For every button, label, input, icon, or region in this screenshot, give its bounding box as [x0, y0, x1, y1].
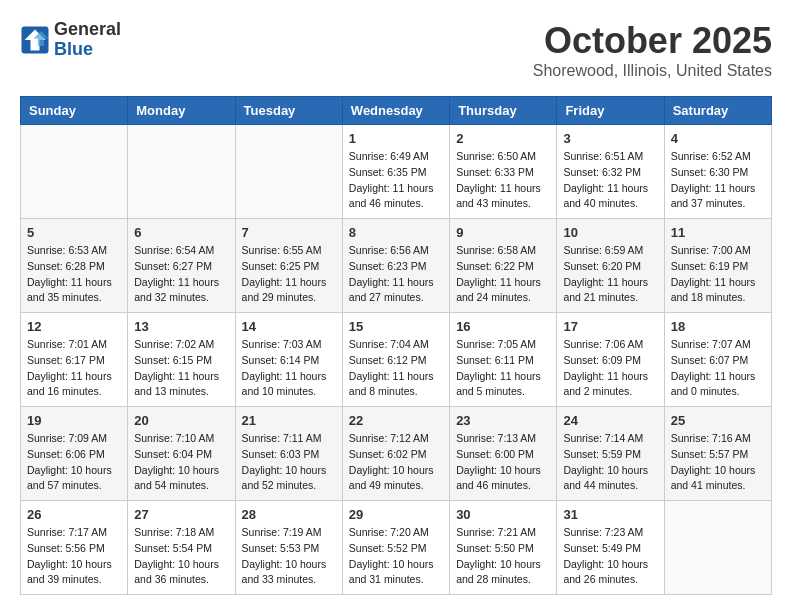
calendar-cell: 16Sunrise: 7:05 AM Sunset: 6:11 PM Dayli…: [450, 313, 557, 407]
day-number: 28: [242, 507, 336, 522]
calendar-cell: 2Sunrise: 6:50 AM Sunset: 6:33 PM Daylig…: [450, 125, 557, 219]
day-info: Sunrise: 7:01 AM Sunset: 6:17 PM Dayligh…: [27, 337, 121, 400]
day-info: Sunrise: 7:04 AM Sunset: 6:12 PM Dayligh…: [349, 337, 443, 400]
day-number: 25: [671, 413, 765, 428]
day-number: 2: [456, 131, 550, 146]
day-info: Sunrise: 7:00 AM Sunset: 6:19 PM Dayligh…: [671, 243, 765, 306]
day-number: 1: [349, 131, 443, 146]
logo-blue: Blue: [54, 40, 121, 60]
day-info: Sunrise: 6:53 AM Sunset: 6:28 PM Dayligh…: [27, 243, 121, 306]
day-number: 16: [456, 319, 550, 334]
day-info: Sunrise: 7:02 AM Sunset: 6:15 PM Dayligh…: [134, 337, 228, 400]
logo-icon: [20, 25, 50, 55]
day-info: Sunrise: 7:09 AM Sunset: 6:06 PM Dayligh…: [27, 431, 121, 494]
day-info: Sunrise: 7:13 AM Sunset: 6:00 PM Dayligh…: [456, 431, 550, 494]
calendar-cell: 24Sunrise: 7:14 AM Sunset: 5:59 PM Dayli…: [557, 407, 664, 501]
location: Shorewood, Illinois, United States: [533, 62, 772, 80]
day-number: 29: [349, 507, 443, 522]
calendar-week-1: 1Sunrise: 6:49 AM Sunset: 6:35 PM Daylig…: [21, 125, 772, 219]
logo: General Blue: [20, 20, 121, 60]
calendar-header: SundayMondayTuesdayWednesdayThursdayFrid…: [21, 97, 772, 125]
month-title: October 2025: [533, 20, 772, 62]
day-info: Sunrise: 7:18 AM Sunset: 5:54 PM Dayligh…: [134, 525, 228, 588]
calendar-cell: 13Sunrise: 7:02 AM Sunset: 6:15 PM Dayli…: [128, 313, 235, 407]
day-number: 7: [242, 225, 336, 240]
day-info: Sunrise: 7:23 AM Sunset: 5:49 PM Dayligh…: [563, 525, 657, 588]
weekday-header-friday: Friday: [557, 97, 664, 125]
day-number: 3: [563, 131, 657, 146]
day-info: Sunrise: 6:50 AM Sunset: 6:33 PM Dayligh…: [456, 149, 550, 212]
title-block: October 2025 Shorewood, Illinois, United…: [533, 20, 772, 80]
day-info: Sunrise: 7:16 AM Sunset: 5:57 PM Dayligh…: [671, 431, 765, 494]
day-number: 30: [456, 507, 550, 522]
day-number: 18: [671, 319, 765, 334]
calendar-cell: 28Sunrise: 7:19 AM Sunset: 5:53 PM Dayli…: [235, 501, 342, 595]
calendar-cell: 3Sunrise: 6:51 AM Sunset: 6:32 PM Daylig…: [557, 125, 664, 219]
day-number: 15: [349, 319, 443, 334]
calendar-cell: 26Sunrise: 7:17 AM Sunset: 5:56 PM Dayli…: [21, 501, 128, 595]
day-number: 22: [349, 413, 443, 428]
calendar-week-3: 12Sunrise: 7:01 AM Sunset: 6:17 PM Dayli…: [21, 313, 772, 407]
calendar-cell: 15Sunrise: 7:04 AM Sunset: 6:12 PM Dayli…: [342, 313, 449, 407]
day-number: 26: [27, 507, 121, 522]
day-info: Sunrise: 6:52 AM Sunset: 6:30 PM Dayligh…: [671, 149, 765, 212]
day-number: 20: [134, 413, 228, 428]
day-number: 14: [242, 319, 336, 334]
weekday-header-saturday: Saturday: [664, 97, 771, 125]
weekday-header-tuesday: Tuesday: [235, 97, 342, 125]
day-number: 13: [134, 319, 228, 334]
calendar-cell: 9Sunrise: 6:58 AM Sunset: 6:22 PM Daylig…: [450, 219, 557, 313]
calendar-cell: 5Sunrise: 6:53 AM Sunset: 6:28 PM Daylig…: [21, 219, 128, 313]
day-number: 21: [242, 413, 336, 428]
calendar-cell: 6Sunrise: 6:54 AM Sunset: 6:27 PM Daylig…: [128, 219, 235, 313]
calendar-cell: 20Sunrise: 7:10 AM Sunset: 6:04 PM Dayli…: [128, 407, 235, 501]
day-info: Sunrise: 7:07 AM Sunset: 6:07 PM Dayligh…: [671, 337, 765, 400]
day-info: Sunrise: 6:58 AM Sunset: 6:22 PM Dayligh…: [456, 243, 550, 306]
calendar-cell: 21Sunrise: 7:11 AM Sunset: 6:03 PM Dayli…: [235, 407, 342, 501]
day-info: Sunrise: 7:17 AM Sunset: 5:56 PM Dayligh…: [27, 525, 121, 588]
calendar-cell: 30Sunrise: 7:21 AM Sunset: 5:50 PM Dayli…: [450, 501, 557, 595]
calendar-body: 1Sunrise: 6:49 AM Sunset: 6:35 PM Daylig…: [21, 125, 772, 595]
calendar-table: SundayMondayTuesdayWednesdayThursdayFrid…: [20, 96, 772, 595]
calendar-cell: [664, 501, 771, 595]
calendar-cell: 4Sunrise: 6:52 AM Sunset: 6:30 PM Daylig…: [664, 125, 771, 219]
day-info: Sunrise: 7:14 AM Sunset: 5:59 PM Dayligh…: [563, 431, 657, 494]
day-number: 12: [27, 319, 121, 334]
calendar-cell: 1Sunrise: 6:49 AM Sunset: 6:35 PM Daylig…: [342, 125, 449, 219]
calendar-cell: 27Sunrise: 7:18 AM Sunset: 5:54 PM Dayli…: [128, 501, 235, 595]
calendar-cell: 19Sunrise: 7:09 AM Sunset: 6:06 PM Dayli…: [21, 407, 128, 501]
day-number: 11: [671, 225, 765, 240]
day-number: 10: [563, 225, 657, 240]
calendar-cell: [21, 125, 128, 219]
page-header: General Blue October 2025 Shorewood, Ill…: [20, 20, 772, 80]
day-number: 17: [563, 319, 657, 334]
calendar-cell: 7Sunrise: 6:55 AM Sunset: 6:25 PM Daylig…: [235, 219, 342, 313]
day-info: Sunrise: 6:51 AM Sunset: 6:32 PM Dayligh…: [563, 149, 657, 212]
day-info: Sunrise: 7:11 AM Sunset: 6:03 PM Dayligh…: [242, 431, 336, 494]
day-number: 5: [27, 225, 121, 240]
day-number: 31: [563, 507, 657, 522]
calendar-cell: 22Sunrise: 7:12 AM Sunset: 6:02 PM Dayli…: [342, 407, 449, 501]
calendar-cell: 29Sunrise: 7:20 AM Sunset: 5:52 PM Dayli…: [342, 501, 449, 595]
day-number: 8: [349, 225, 443, 240]
day-info: Sunrise: 6:54 AM Sunset: 6:27 PM Dayligh…: [134, 243, 228, 306]
calendar-cell: 14Sunrise: 7:03 AM Sunset: 6:14 PM Dayli…: [235, 313, 342, 407]
weekday-header-wednesday: Wednesday: [342, 97, 449, 125]
day-info: Sunrise: 6:59 AM Sunset: 6:20 PM Dayligh…: [563, 243, 657, 306]
day-number: 24: [563, 413, 657, 428]
calendar-cell: 23Sunrise: 7:13 AM Sunset: 6:00 PM Dayli…: [450, 407, 557, 501]
day-info: Sunrise: 7:03 AM Sunset: 6:14 PM Dayligh…: [242, 337, 336, 400]
day-number: 23: [456, 413, 550, 428]
calendar-cell: 12Sunrise: 7:01 AM Sunset: 6:17 PM Dayli…: [21, 313, 128, 407]
calendar-cell: 18Sunrise: 7:07 AM Sunset: 6:07 PM Dayli…: [664, 313, 771, 407]
logo-general: General: [54, 20, 121, 40]
calendar-week-4: 19Sunrise: 7:09 AM Sunset: 6:06 PM Dayli…: [21, 407, 772, 501]
calendar-cell: 8Sunrise: 6:56 AM Sunset: 6:23 PM Daylig…: [342, 219, 449, 313]
weekday-header-thursday: Thursday: [450, 97, 557, 125]
day-number: 6: [134, 225, 228, 240]
calendar-cell: 25Sunrise: 7:16 AM Sunset: 5:57 PM Dayli…: [664, 407, 771, 501]
logo-text: General Blue: [54, 20, 121, 60]
day-info: Sunrise: 7:10 AM Sunset: 6:04 PM Dayligh…: [134, 431, 228, 494]
calendar-cell: 10Sunrise: 6:59 AM Sunset: 6:20 PM Dayli…: [557, 219, 664, 313]
day-info: Sunrise: 7:20 AM Sunset: 5:52 PM Dayligh…: [349, 525, 443, 588]
